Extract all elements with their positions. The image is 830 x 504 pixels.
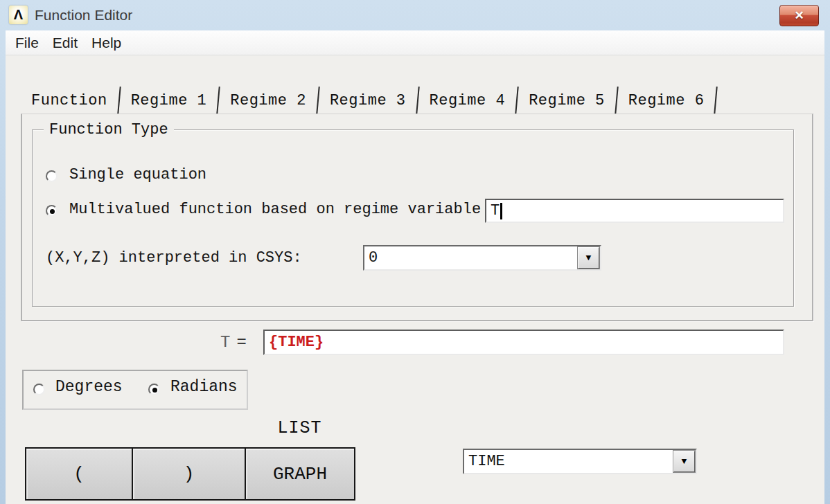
variable-selected-value: TIME <box>468 453 505 470</box>
single-equation-radio[interactable] <box>46 170 58 182</box>
tab-regime-1[interactable]: Regime 1 <box>131 92 218 109</box>
tab-function[interactable]: Function <box>31 92 118 109</box>
multivalued-radio[interactable] <box>46 205 58 217</box>
tab-strip: Function Regime 1 Regime 2 Regime 3 Regi… <box>31 84 727 116</box>
chevron-down-icon: ▼ <box>586 253 592 263</box>
function-type-legend: Function Type <box>44 121 174 138</box>
list-label: LIST <box>244 418 355 438</box>
variable-dropdown-button[interactable]: ▼ <box>673 451 695 472</box>
tab-separator <box>714 87 718 114</box>
chevron-down-icon: ▼ <box>682 456 687 467</box>
tab-separator <box>316 87 319 114</box>
equals-sign: = <box>236 333 246 352</box>
regime-variable-input[interactable]: T <box>485 199 784 223</box>
close-icon: ✕ <box>794 8 804 23</box>
menubar: File Edit Help <box>6 30 824 55</box>
text-caret <box>500 203 502 219</box>
csys-dropdown-button[interactable]: ▼ <box>578 247 599 269</box>
tab-regime-2[interactable]: Regime 2 <box>230 92 317 109</box>
menu-edit[interactable]: Edit <box>53 35 78 51</box>
function-editor-window: Λ Function Editor ✕ File Edit Help Funct… <box>0 0 830 504</box>
equation-expression-value: {TIME} <box>269 334 324 351</box>
degrees-radio[interactable] <box>33 384 45 395</box>
radians-label[interactable]: Radians <box>170 378 238 396</box>
single-equation-label[interactable]: Single equation <box>69 166 206 183</box>
open-paren-button[interactable]: ( <box>25 447 133 501</box>
titlebar[interactable]: Λ Function Editor ✕ <box>0 0 830 30</box>
multivalued-label[interactable]: Multivalued function based on regime var… <box>69 201 481 218</box>
tab-regime-6[interactable]: Regime 6 <box>628 92 716 109</box>
regime-variable-value: T <box>491 202 500 219</box>
tab-separator <box>217 87 220 114</box>
ansys-logo-icon: Λ <box>9 6 28 24</box>
tab-regime-5[interactable]: Regime 5 <box>529 92 616 109</box>
csys-selected-value: 0 <box>369 249 378 267</box>
tab-regime-3[interactable]: Regime 3 <box>330 92 417 109</box>
csys-combobox[interactable]: 0 ▼ <box>363 245 601 271</box>
equation-expression-input[interactable]: {TIME} <box>263 330 784 355</box>
menu-help[interactable]: Help <box>91 35 121 51</box>
tab-regime-4[interactable]: Regime 4 <box>430 92 517 109</box>
equation-variable: T <box>220 333 230 352</box>
close-paren-button[interactable]: ) <box>132 447 246 501</box>
menu-file[interactable]: File <box>15 35 39 51</box>
variable-combobox[interactable]: TIME ▼ <box>463 449 697 474</box>
graph-button[interactable]: GRAPH <box>245 447 355 501</box>
radians-radio[interactable] <box>148 384 160 395</box>
equation-label: T = <box>220 333 247 352</box>
window-title: Function Editor <box>35 7 132 24</box>
tab-separator <box>515 87 518 114</box>
degrees-label[interactable]: Degrees <box>55 378 123 396</box>
close-button[interactable]: ✕ <box>779 5 819 26</box>
csys-label: (X,Y,Z) interpreted in CSYS: <box>46 249 302 267</box>
